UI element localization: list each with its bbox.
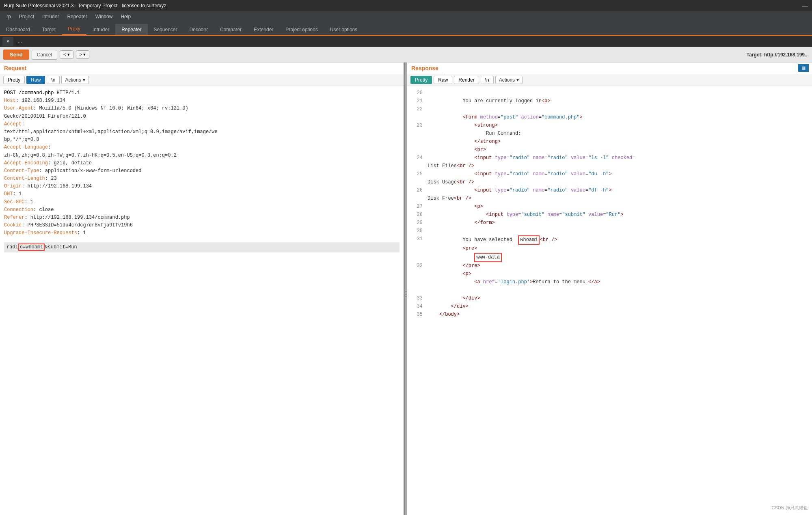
request-line-ua2: Gecko/20100101 Firefox/121.0: [4, 113, 400, 121]
request-line-sec-gpc: Sec-GPC: 1: [4, 198, 400, 206]
tab-dashboard[interactable]: Dashboard: [0, 24, 36, 35]
menu-bar: rp Project Intruder Repeater Window Help: [0, 11, 812, 22]
response-line-disk-free: Disk Free<br />: [411, 195, 808, 203]
response-line-20: 20: [411, 89, 808, 97]
app-title: Burp Suite Professional v2021.3 - Tempor…: [4, 3, 166, 9]
response-actions-dropdown[interactable]: Actions ▾: [495, 76, 523, 84]
tab-project-options[interactable]: Project options: [279, 24, 324, 35]
response-lines: 20 21 You are currently logged in<p> 22: [411, 89, 808, 319]
request-line-dnt: DNT: 1: [4, 190, 400, 198]
response-line-33: 33 </div>: [411, 295, 808, 303]
request-line-accept-value2: bp,*/*;q=0.8: [4, 136, 400, 144]
response-line-21: 21 You are currently logged in<p>: [411, 97, 808, 106]
menu-item-project[interactable]: Project: [15, 13, 38, 21]
repeater-tab-more[interactable]: …: [13, 37, 26, 46]
response-line-p: <p>: [411, 270, 808, 278]
toolbar: Send Cancel < ▾ > ▾ Target: http://192.1…: [0, 47, 812, 62]
request-line-accept-enc: Accept-Encoding: gzip, deflate: [4, 159, 400, 167]
request-sub-toolbar: Pretty Raw \n Actions ▾: [0, 74, 404, 86]
repeater-tab-close[interactable]: ×: [2, 37, 13, 46]
tab-proxy[interactable]: Proxy: [62, 23, 86, 35]
response-line-disk-usage: Disk Usage<br />: [411, 179, 808, 187]
response-line-24: 24 <input type="radio" name="radio" valu…: [411, 154, 808, 162]
response-line-31: 31 You have selected whoami<br />: [411, 235, 808, 245]
response-line-list-files: List Files<br />: [411, 162, 808, 170]
tab-comparer[interactable]: Comparer: [214, 24, 248, 35]
tab-decoder[interactable]: Decoder: [184, 24, 214, 35]
response-line-form: <form method="post" action="command.php"…: [411, 114, 808, 122]
menu-item-rp[interactable]: rp: [2, 13, 15, 21]
request-code-area[interactable]: POST /command.php HTTP/1.1 Host: 192.168…: [0, 86, 404, 515]
tab-target[interactable]: Target: [36, 24, 62, 35]
request-line-accept-name: Accept:: [4, 121, 400, 128]
request-line-method: POST /command.php HTTP/1.1: [4, 89, 400, 97]
response-sub-toolbar: Pretty Raw Render \n Actions ▾: [407, 74, 812, 86]
watermark: CSDN @只惹猫鱼: [772, 505, 808, 511]
response-line-26: 26 <input type="radio" name="radio" valu…: [411, 187, 808, 195]
tab-extender[interactable]: Extender: [248, 24, 279, 35]
response-line-br: <br>: [411, 146, 808, 154]
request-panel-title: Request: [0, 62, 30, 74]
menu-item-repeater[interactable]: Repeater: [63, 13, 91, 21]
response-line-empty2: [411, 287, 808, 295]
request-raw-button[interactable]: Raw: [26, 76, 45, 84]
response-line-pre-open: <pre>: [411, 245, 808, 253]
response-line-30: 30: [411, 227, 808, 235]
tab-sequencer[interactable]: Sequencer: [148, 24, 184, 35]
response-line-strong-close: </strong>: [411, 138, 808, 146]
request-actions-dropdown[interactable]: Actions ▾: [61, 76, 89, 84]
main-content: Request Pretty Raw \n Actions ▾ POST /co…: [0, 62, 812, 515]
response-line-28: 28 <input type="submit" name="submit" va…: [411, 211, 808, 219]
request-line-connection: Connection: close: [4, 206, 400, 214]
response-panel-title: Response: [407, 62, 443, 74]
response-newline-button[interactable]: \n: [481, 76, 494, 84]
response-line-return-link: <a href='login.php'>Return to the menu.<…: [411, 278, 808, 287]
response-raw-button[interactable]: Raw: [434, 76, 452, 84]
nav-back-button[interactable]: < ▾: [60, 50, 73, 59]
nav-forward-button[interactable]: > ▾: [76, 50, 89, 59]
response-line-34: 34 </div>: [411, 303, 808, 311]
request-line-cookie: Cookie: PHPSESSID=51du4crdcg7dr8vfja9tfv…: [4, 222, 400, 229]
request-line-accept-value: text/html,application/xhtml+xml,applicat…: [4, 128, 400, 136]
menu-item-intruder[interactable]: Intruder: [38, 13, 63, 21]
target-label: Target: http://192.168.199...: [747, 52, 809, 58]
request-empty-line: [4, 237, 400, 242]
response-line-35: 35 </body>: [411, 311, 808, 319]
response-line-www-data: www-data: [411, 253, 808, 262]
tab-user-options[interactable]: User options: [324, 24, 363, 35]
response-line-27: 27 <p>: [411, 203, 808, 211]
response-line-29: 29 </form>: [411, 219, 808, 227]
cancel-button[interactable]: Cancel: [32, 50, 57, 60]
request-line-host: Host: 192.168.199.134: [4, 97, 400, 105]
response-line-23: 23 <strong>: [411, 122, 808, 130]
request-panel: Request Pretty Raw \n Actions ▾ POST /co…: [0, 62, 405, 515]
request-newline-button[interactable]: \n: [47, 76, 60, 84]
response-line-run-cmd: Run Command:: [411, 130, 808, 138]
response-code-area[interactable]: 20 21 You are currently logged in<p> 22: [407, 86, 812, 515]
request-pretty-button[interactable]: Pretty: [3, 76, 25, 84]
request-line-content-type: Content-Type: application/x-www-form-url…: [4, 167, 400, 175]
split-view-button[interactable]: ▦: [798, 64, 809, 72]
chevron-down-icon-resp: ▾: [516, 77, 519, 83]
main-tab-bar: Dashboard Target Proxy Intruder Repeater…: [0, 22, 812, 36]
request-line-content-length: Content-Length: 23: [4, 175, 400, 183]
menu-item-window[interactable]: Window: [91, 13, 117, 21]
request-line-upgrade: Upgrade-Insecure-Requests: 1: [4, 229, 400, 237]
request-line-accept-lang-name: Accept-Language:: [4, 144, 400, 151]
response-render-button[interactable]: Render: [454, 76, 479, 84]
request-line-referer: Referer: http://192.168.199.134/command.…: [4, 214, 400, 222]
tab-repeater[interactable]: Repeater: [115, 24, 147, 35]
request-line-ua: User-Agent: Mozilla/5.0 (Windows NT 10.0…: [4, 105, 400, 112]
minimize-button[interactable]: —: [802, 2, 808, 9]
tab-intruder[interactable]: Intruder: [86, 24, 115, 35]
request-line-accept-lang-value: zh-CN,zh;q=0.8,zh-TW;q=0.7,zh-HK;q=0.5,e…: [4, 152, 400, 159]
title-bar: Burp Suite Professional v2021.3 - Tempor…: [0, 0, 812, 11]
response-line-22: 22: [411, 106, 808, 114]
menu-item-help[interactable]: Help: [117, 13, 135, 21]
request-body-line: radio=whoami&submit=Run: [4, 242, 400, 252]
response-line-25: 25 <input type="radio" name="radio" valu…: [411, 170, 808, 179]
response-pretty-button[interactable]: Pretty: [410, 76, 432, 84]
send-button[interactable]: Send: [3, 50, 29, 60]
response-line-32: 32 </pre>: [411, 262, 808, 270]
response-panel: Response ▦ Pretty Raw Render \n Actions …: [407, 62, 812, 515]
